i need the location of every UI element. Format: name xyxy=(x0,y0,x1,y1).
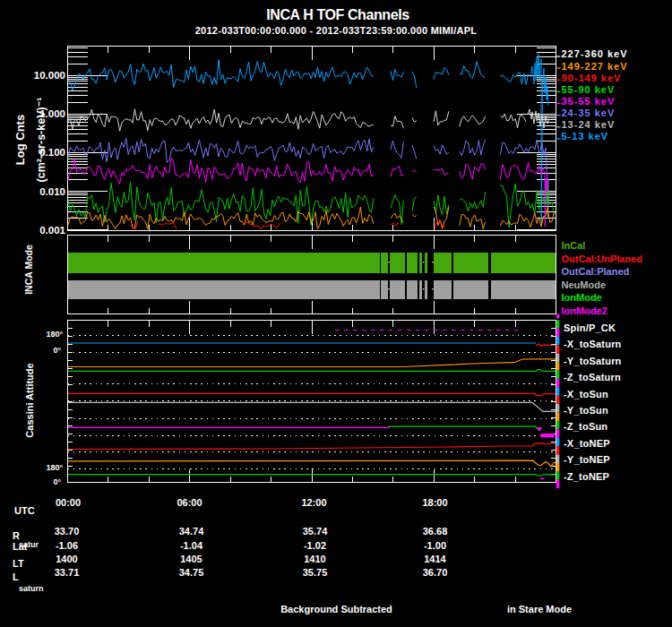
svg-text:34.74: 34.74 xyxy=(179,526,204,537)
svg-text:-Y_toSaturn: -Y_toSaturn xyxy=(564,356,622,366)
svg-text:INCA Mode: INCA Mode xyxy=(23,245,34,295)
svg-text:Lat: Lat xyxy=(13,541,28,552)
svg-text:-Y_toNEP: -Y_toNEP xyxy=(564,454,610,465)
svg-text:1410: 1410 xyxy=(304,554,325,564)
svg-text:0.010: 0.010 xyxy=(39,186,65,197)
svg-text:35-55 keV: 35-55 keV xyxy=(562,96,616,107)
svg-text:IonMode2: IonMode2 xyxy=(562,305,607,316)
svg-text:36.68: 36.68 xyxy=(423,526,448,537)
svg-text:-Z_toSaturn: -Z_toSaturn xyxy=(564,372,621,382)
svg-text:149-227 keV: 149-227 keV xyxy=(562,61,628,72)
svg-text:55-90 keV: 55-90 keV xyxy=(562,84,616,95)
svg-text:(cm²-sr-s-keV)⁻¹: (cm²-sr-s-keV)⁻¹ xyxy=(35,98,47,183)
svg-text:90-149 keV: 90-149 keV xyxy=(562,73,622,83)
svg-text:0.001: 0.001 xyxy=(39,225,65,236)
svg-text:-Z_toSun: -Z_toSun xyxy=(564,421,607,432)
svg-text:in Stare Mode: in Stare Mode xyxy=(507,604,572,614)
svg-text:L: L xyxy=(13,571,19,582)
svg-text:UTC: UTC xyxy=(14,505,35,516)
svg-text:13-24 keV: 13-24 keV xyxy=(562,119,616,130)
svg-text:LT: LT xyxy=(13,558,24,569)
svg-text:35.75: 35.75 xyxy=(303,567,328,578)
svg-text:-X_toNEP: -X_toNEP xyxy=(564,438,610,449)
svg-text:Background Subtracted: Background Subtracted xyxy=(280,604,392,614)
svg-text:1405: 1405 xyxy=(180,554,202,564)
svg-text:-1.04: -1.04 xyxy=(180,540,203,551)
svg-text:Spin/P_CK: Spin/P_CK xyxy=(564,322,616,333)
svg-text:227-360 keV: 227-360 keV xyxy=(562,48,628,59)
svg-text:-Z_toNEP: -Z_toNEP xyxy=(564,471,609,482)
svg-text:OutCal:UnPlaned: OutCal:UnPlaned xyxy=(562,253,642,264)
svg-text:10.000: 10.000 xyxy=(34,70,65,81)
svg-text:1400: 1400 xyxy=(56,554,77,564)
svg-text:Cassini Attitude: Cassini Attitude xyxy=(24,363,35,437)
svg-text:18:00: 18:00 xyxy=(422,497,447,508)
svg-text:-1.02: -1.02 xyxy=(304,540,326,551)
svg-text:33.70: 33.70 xyxy=(55,526,80,537)
svg-text:InCal: InCal xyxy=(562,240,586,251)
svg-text:-1.00: -1.00 xyxy=(424,540,446,551)
svg-text:34.75: 34.75 xyxy=(179,567,204,578)
svg-text:36.70: 36.70 xyxy=(423,567,448,578)
svg-text:06:00: 06:00 xyxy=(177,497,202,508)
svg-text:saturn: saturn xyxy=(19,584,44,593)
svg-text:5-13 keV: 5-13 keV xyxy=(562,131,609,142)
svg-text:-Y_toSun: -Y_toSun xyxy=(564,405,608,416)
svg-text:0°: 0° xyxy=(53,477,61,486)
svg-text:00:00: 00:00 xyxy=(56,497,81,508)
svg-text:180°: 180° xyxy=(46,330,63,339)
svg-text:180°: 180° xyxy=(46,463,63,472)
svg-text:-X_toSaturn: -X_toSaturn xyxy=(564,339,622,349)
svg-text:2012-033T00:00:00.000 - 2012-0: 2012-033T00:00:00.000 - 2012-033T23:59:0… xyxy=(195,25,478,36)
svg-text:IonMode: IonMode xyxy=(562,292,602,303)
svg-text:24-35 keV: 24-35 keV xyxy=(562,107,616,118)
svg-text:12:00: 12:00 xyxy=(301,497,326,508)
svg-text:-X_toSun: -X_toSun xyxy=(564,389,608,399)
svg-text:Log Cnts: Log Cnts xyxy=(13,115,27,165)
svg-text:-1.06: -1.06 xyxy=(56,540,78,551)
svg-text:1414: 1414 xyxy=(424,554,446,564)
svg-text:0°: 0° xyxy=(53,346,61,355)
svg-text:35.74: 35.74 xyxy=(303,526,328,537)
svg-text:OutCal:Planed: OutCal:Planed xyxy=(562,266,630,277)
svg-text:NeuMode: NeuMode xyxy=(562,279,607,290)
svg-text:INCA H TOF Channels: INCA H TOF Channels xyxy=(266,7,409,22)
svg-text:33.71: 33.71 xyxy=(55,567,80,578)
